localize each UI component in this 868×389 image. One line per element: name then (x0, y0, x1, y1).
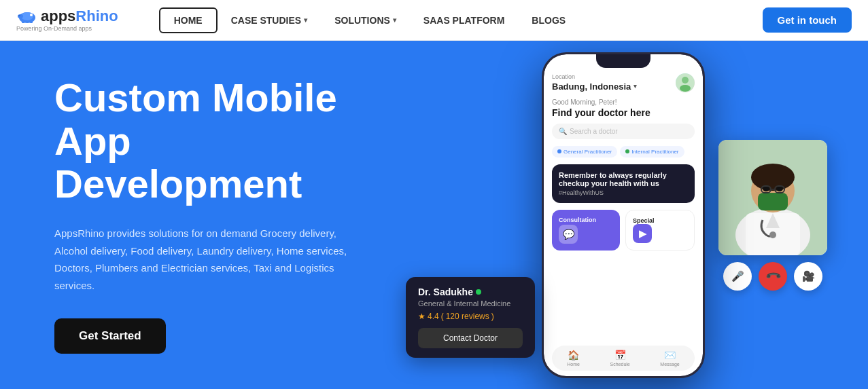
svg-point-8 (682, 77, 689, 84)
doctor-specialty: General & Internal Medicine (418, 299, 523, 308)
tag-dot (557, 149, 561, 153)
nav-blogs[interactable]: BLOGS (518, 0, 579, 41)
mute-icon: 🎤 (731, 270, 744, 282)
profile-avatar (676, 73, 695, 92)
special-card[interactable]: Special ▶ (625, 210, 695, 251)
reminder-title: Remember to always regularly checkup you… (559, 171, 688, 187)
video-button[interactable]: 🎥 (794, 262, 822, 291)
doctor-card: Dr. Sadukhe General & Internal Medicine … (406, 277, 535, 358)
nav-home[interactable]: HOME (159, 7, 218, 33)
get-in-touch-button[interactable]: Get in touch (763, 7, 852, 33)
find-doctor-text: Find your doctor here (552, 107, 695, 118)
mute-button[interactable]: 🎤 (723, 262, 752, 291)
case-studies-chevron: ▾ (304, 16, 307, 24)
hero-title: Custom Mobile App Development (54, 76, 381, 206)
location-chevron: ▾ (633, 83, 637, 90)
svg-point-5 (18, 14, 23, 18)
hero-visual: Dr. Sadukhe General & Internal Medicine … (406, 52, 827, 378)
doctor-panel: 🎤 📞 🎥 (718, 140, 827, 291)
doctor-rating: ★ 4.4(120 reviews) (418, 312, 523, 321)
doctor-svg (718, 140, 827, 255)
special-label: Special (633, 217, 687, 224)
phone-bottom-nav: 🏠 Home 📅 Schedule ✉️ Message (552, 346, 695, 371)
greeting-text: Good Morning, Peter! (552, 98, 695, 106)
logo-icon (16, 8, 38, 24)
tag-dot (625, 149, 629, 153)
svg-point-15 (763, 186, 769, 191)
nav-solutions[interactable]: SOLUTIONS ▾ (321, 0, 410, 41)
svg-point-13 (751, 164, 795, 191)
doctor-name: Dr. Sadukhe (418, 286, 523, 297)
star-icon: ★ (418, 312, 426, 321)
hero-content: Custom Mobile App Development AppsRhino … (54, 76, 381, 354)
special-icon: ▶ (633, 224, 652, 243)
nav-links: HOME CASE STUDIES ▾ SOLUTIONS ▾ SAAS PLA… (159, 0, 763, 41)
nav-case-studies[interactable]: CASE STUDIES ▾ (218, 0, 321, 41)
tag-internal[interactable]: Internal Practitioner (620, 146, 684, 158)
get-started-button[interactable]: Get Started (54, 318, 166, 354)
online-indicator (476, 289, 481, 295)
svg-rect-3 (22, 20, 24, 23)
message-nav-icon: ✉️ (664, 350, 676, 360)
nav-message-item[interactable]: ✉️ Message (660, 350, 679, 367)
svg-point-16 (776, 186, 783, 191)
navbar: appsRhino Powering On-Demand apps HOME C… (0, 0, 868, 41)
reminder-card: Remember to always regularly checkup you… (552, 164, 695, 203)
end-call-button[interactable]: 📞 (759, 262, 787, 291)
search-icon: 🔍 (559, 128, 567, 135)
phone-notch (596, 54, 650, 68)
svg-point-9 (680, 85, 691, 92)
hero-description: AppsRhino provides solutions for on dema… (54, 225, 353, 294)
svg-rect-14 (758, 193, 788, 210)
svg-point-2 (30, 14, 33, 16)
nav-home-item[interactable]: 🏠 Home (567, 350, 580, 367)
video-icon: 🎥 (802, 270, 815, 282)
location-value: Badung, Indonesia ▾ (552, 81, 695, 92)
phone-screen: Location Badung, Indonesia ▾ Good Mornin… (544, 54, 703, 376)
tag-general[interactable]: General Practitioner (552, 146, 617, 158)
phone-icon: 📞 (764, 267, 782, 284)
nav-schedule-item[interactable]: 📅 Schedule (610, 350, 630, 367)
logo-text: appsRhino (41, 9, 118, 24)
location-label: Location (552, 73, 695, 80)
doctor-photo (718, 140, 827, 255)
schedule-nav-icon: 📅 (614, 350, 626, 360)
phone-mockup: Location Badung, Indonesia ▾ Good Mornin… (542, 52, 705, 378)
nav-saas[interactable]: SAAS PLATFORM (410, 0, 519, 41)
svg-point-21 (769, 231, 776, 238)
phone-outer: Location Badung, Indonesia ▾ Good Mornin… (542, 52, 705, 378)
hero-section: Custom Mobile App Development AppsRhino … (0, 41, 868, 389)
home-nav-icon: 🏠 (568, 350, 579, 360)
call-controls: 🎤 📞 🎥 (723, 262, 822, 291)
solutions-chevron: ▾ (393, 16, 396, 24)
search-bar[interactable]: 🔍 Search a doctor (552, 124, 695, 139)
consultation-icon: 💬 (559, 225, 578, 244)
svg-rect-4 (30, 20, 33, 23)
logo-sub: Powering On-Demand apps (16, 25, 92, 32)
consultation-label: Consultation (559, 217, 613, 223)
contact-doctor-button[interactable]: Contact Doctor (418, 328, 523, 348)
reminder-sub: #HealthyWithUS (559, 189, 688, 196)
service-cards: Consultation 💬 Special ▶ (552, 210, 695, 251)
svg-rect-6 (18, 15, 20, 16)
consultation-card[interactable]: Consultation 💬 (552, 210, 620, 251)
doctor-tags: General Practitioner Internal Practition… (552, 146, 695, 158)
logo[interactable]: appsRhino Powering On-Demand apps (16, 8, 118, 32)
